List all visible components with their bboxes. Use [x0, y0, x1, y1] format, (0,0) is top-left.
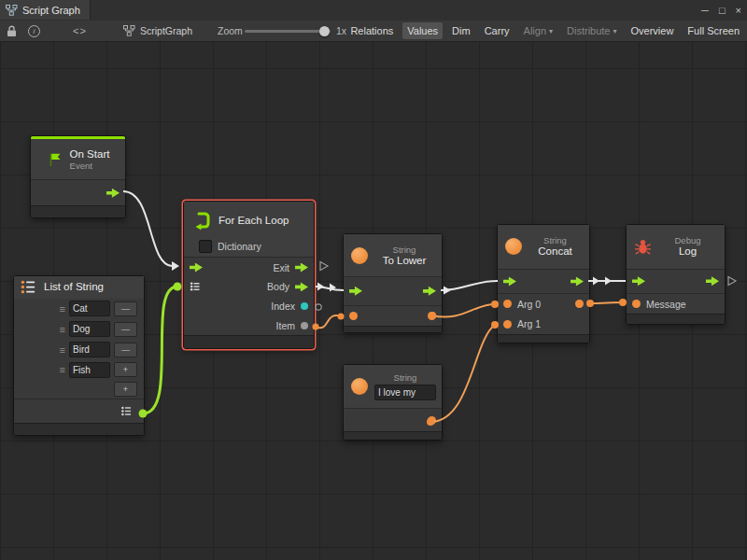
graph-breadcrumb[interactable]: ScriptGraph [123, 21, 192, 41]
drag-handle-icon[interactable]: ≡ [60, 345, 65, 355]
node-title: To Lower [383, 255, 427, 267]
flow-out-port[interactable] [706, 276, 719, 286]
drag-handle-icon[interactable]: ≡ [60, 365, 65, 374]
remove-item-button[interactable]: + [114, 362, 137, 377]
align-dropdown[interactable]: Align ▾ [519, 22, 557, 39]
node-footer [31, 205, 125, 217]
distribute-label: Distribute [567, 25, 610, 36]
arg1-input-port[interactable] [503, 320, 512, 329]
loop-icon [191, 210, 212, 231]
fullscreen-button[interactable]: Full Screen [683, 22, 744, 39]
item-output-port[interactable] [301, 322, 308, 329]
node-debug-log[interactable]: Debug Log Message [626, 224, 726, 325]
node-footer [344, 431, 442, 440]
zoom-label: Zoom [218, 21, 243, 41]
drag-handle-icon[interactable]: ≡ [60, 304, 65, 314]
bug-icon [634, 238, 652, 256]
graph-tab-icon [6, 5, 18, 16]
graph-name-label: ScriptGraph [140, 25, 192, 36]
list-item-input[interactable] [69, 301, 110, 316]
string-type-icon [505, 238, 522, 255]
zoom-slider-handle[interactable] [319, 26, 330, 36]
remove-item-button[interactable]: — [114, 343, 137, 357]
flow-in-port[interactable] [503, 277, 516, 287]
message-input-port[interactable] [632, 300, 641, 308]
dictionary-checkbox[interactable] [199, 240, 212, 253]
index-port-label: Index [271, 301, 295, 312]
node-title: List of String [44, 281, 104, 293]
window-controls: ─ □ × [701, 0, 741, 21]
node-string-literal[interactable]: String [343, 364, 443, 441]
exit-flow-port[interactable] [295, 263, 308, 273]
list-item-input[interactable] [69, 321, 110, 337]
toolbar-buttons: Relations Values Dim Carry Align ▾ Distr… [345, 21, 744, 41]
align-label: Align [524, 25, 546, 36]
flow-out-port[interactable] [423, 287, 436, 296]
string-type-icon [351, 378, 368, 395]
info-icon[interactable]: i [28, 21, 40, 41]
arg1-label: Arg 1 [517, 318, 541, 329]
list-input-port-icon[interactable] [190, 281, 201, 292]
list-output-icon[interactable] [120, 405, 133, 417]
flow-out-port[interactable] [571, 277, 584, 287]
list-item-row: ≡ — [14, 340, 144, 360]
node-concat[interactable]: String Concat Arg 0 Arg 1 [497, 224, 590, 343]
list-item-input[interactable] [69, 362, 110, 378]
values-button[interactable]: Values [402, 22, 443, 39]
string-output-port[interactable] [428, 312, 436, 320]
node-footer [344, 326, 442, 332]
list-item-row: ≡ + [14, 359, 144, 380]
node-footer [184, 335, 314, 348]
zoom-slider[interactable] [245, 21, 331, 41]
message-label: Message [646, 299, 686, 310]
graph-icon [123, 25, 135, 36]
list-item-row: ≡ — [14, 319, 144, 340]
remove-item-button[interactable]: — [114, 322, 137, 337]
index-output-port[interactable] [301, 302, 308, 310]
node-type-label: String [394, 372, 417, 383]
close-button[interactable]: × [736, 5, 741, 16]
node-to-lower[interactable]: String To Lower [343, 233, 443, 333]
exit-port-label: Exit [273, 262, 289, 273]
node-for-each-loop[interactable]: For Each Loop Dictionary Exit Body [183, 201, 315, 349]
distribute-dropdown[interactable]: Distribute ▾ [562, 22, 621, 39]
chevron-down-icon: ▾ [613, 27, 617, 35]
node-list-of-string[interactable]: List of String ≡ — ≡ — ≡ — ≡ + + [13, 275, 145, 436]
node-on-start[interactable]: On Start Event [30, 135, 126, 218]
remove-item-button[interactable]: — [114, 301, 137, 316]
lock-icon[interactable] [7, 21, 17, 41]
list-item-input[interactable] [69, 342, 110, 357]
list-icon [20, 278, 37, 296]
minimize-button[interactable]: ─ [701, 5, 709, 16]
zoom-slider-track[interactable] [245, 30, 331, 33]
node-footer [498, 334, 589, 343]
dim-button[interactable]: Dim [447, 22, 475, 39]
node-type-label: String [543, 235, 567, 245]
drag-handle-icon[interactable]: ≡ [60, 325, 65, 334]
code-toggle-icon[interactable]: <> [73, 21, 87, 41]
flow-out-port[interactable] [106, 189, 120, 198]
relations-button[interactable]: Relations [345, 22, 398, 39]
arg0-input-port[interactable] [503, 300, 512, 308]
overview-button[interactable]: Overview [627, 22, 679, 39]
node-footer [14, 423, 144, 435]
dictionary-label: Dictionary [218, 241, 261, 252]
node-title: On Start [70, 148, 110, 161]
string-input-port[interactable] [349, 312, 358, 320]
result-output-port[interactable] [575, 300, 584, 308]
flow-in-port[interactable] [349, 287, 362, 296]
string-value-input[interactable] [374, 385, 436, 400]
flow-in-port[interactable] [632, 276, 645, 286]
body-flow-port[interactable] [295, 282, 308, 291]
node-title: For Each Loop [218, 215, 289, 227]
carry-button[interactable]: Carry [480, 22, 514, 39]
add-item-button[interactable]: + [114, 382, 137, 397]
script-graph-window: Script Graph ─ □ × i <> ScriptGraph [0, 0, 747, 560]
string-output-port[interactable] [428, 416, 436, 425]
node-title: Log [679, 245, 697, 258]
flow-in-port[interactable] [190, 263, 203, 273]
node-footer [627, 314, 725, 324]
window-tab-script-graph[interactable]: Script Graph [0, 0, 91, 20]
graph-toolbar: i <> ScriptGraph Zoom 1x Relations Value… [0, 21, 747, 42]
maximize-button[interactable]: □ [719, 5, 726, 16]
